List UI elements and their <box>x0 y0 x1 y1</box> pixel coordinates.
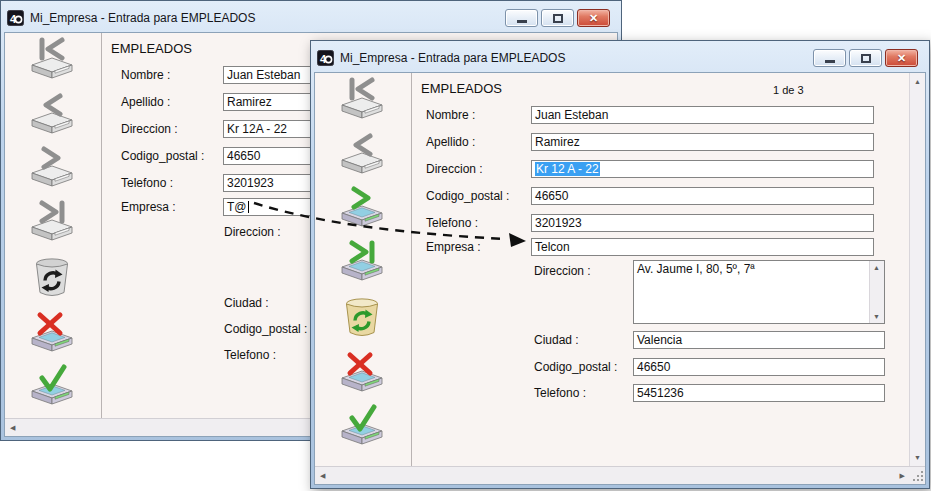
field-label: Telefono : <box>121 176 173 190</box>
field-label: Direccion : <box>121 122 178 136</box>
field-row: Apellido : Ramirez <box>315 133 907 151</box>
close-button[interactable]: ✕ <box>577 9 610 27</box>
selected-text: Kr 12 A - 22 <box>535 162 600 176</box>
field-row: Empresa : Telcon <box>315 238 907 256</box>
scroll-left-icon[interactable]: ◀ <box>10 424 15 431</box>
accept-button[interactable] <box>339 402 385 448</box>
resize-grip[interactable] <box>913 470 924 481</box>
field-label: Nombre : <box>426 108 475 122</box>
minimize-button[interactable] <box>813 49 846 67</box>
field-label: Telefono : <box>426 216 478 230</box>
field-label: Direccion : <box>426 162 483 176</box>
form-title: EMPLEADOS <box>111 41 192 56</box>
empresa-direccion-textarea[interactable]: Av. Jaume I, 80, 5º, 7ª ▲ ▼ <box>633 260 885 324</box>
nombre-input[interactable]: Juan Esteban <box>531 106 874 124</box>
field-label: Codigo_postal : <box>224 322 307 336</box>
vertical-scrollbar[interactable]: ▲ ▼ <box>909 73 925 466</box>
field-label: Apellido : <box>121 95 170 109</box>
empresa-telefono-input[interactable]: 5451236 <box>633 384 885 402</box>
field-label: Codigo_postal : <box>426 189 509 203</box>
field-row: Nombre : Juan Esteban <box>315 106 907 124</box>
field-label: Apellido : <box>426 135 475 149</box>
accept-button[interactable] <box>29 362 75 408</box>
field-label: Ciudad : <box>534 333 579 347</box>
minimize-icon <box>517 20 527 23</box>
field-row: Direccion : Kr 12 A - 22 <box>315 160 907 178</box>
codigo-postal-input[interactable]: 46650 <box>531 187 874 205</box>
close-icon: ✕ <box>589 13 598 24</box>
scroll-right-icon[interactable]: ▶ <box>900 472 905 479</box>
scroll-down-icon[interactable]: ▼ <box>914 454 921 461</box>
direccion-input[interactable]: Kr 12 A - 22 <box>531 160 874 178</box>
field-row: Ciudad : Valencia <box>315 331 907 349</box>
maximize-button[interactable] <box>541 9 574 27</box>
scroll-up-icon[interactable]: ▲ <box>914 78 921 85</box>
titlebar[interactable]: 4 Mi_Empresa - Entrada para EMPLEADOS ✕ <box>314 44 926 72</box>
horizontal-scrollbar[interactable]: ◀ ▶ <box>315 466 925 484</box>
field-label: Ciudad : <box>224 296 269 310</box>
accept-icon <box>29 362 75 408</box>
record-counter: 1 de 3 <box>773 84 804 96</box>
accept-icon <box>339 402 385 448</box>
field-label: Codigo_postal : <box>534 360 617 374</box>
app-4d-icon: 4 <box>7 10 24 26</box>
titlebar[interactable]: 4 Mi_Empresa - Entrada para EMPLEADOS ✕ <box>4 4 618 32</box>
scroll-down-icon[interactable]: ▼ <box>873 313 880 320</box>
field-row: Codigo_postal : 46650 <box>315 187 907 205</box>
scroll-up-icon[interactable]: ▲ <box>873 264 880 271</box>
maximize-icon <box>553 14 563 23</box>
foreground-window: 4 Mi_Empresa - Entrada para EMPLEADOS ✕ … <box>310 40 930 489</box>
maximize-button[interactable] <box>849 49 882 67</box>
field-label: Empresa : <box>121 200 176 214</box>
close-icon: ✕ <box>897 53 906 64</box>
field-row: Telefono : 3201923 <box>315 214 907 232</box>
field-label: Codigo_postal : <box>121 149 204 163</box>
field-label: Direccion : <box>224 225 281 239</box>
ciudad-input[interactable]: Valencia <box>633 331 885 349</box>
textarea-scrollbar[interactable]: ▲ ▼ <box>869 261 884 323</box>
window-controls: ✕ <box>505 9 615 27</box>
window-title: Mi_Empresa - Entrada para EMPLEADOS <box>340 51 565 65</box>
minimize-button[interactable] <box>505 9 538 27</box>
maximize-icon <box>861 54 871 63</box>
field-label: Direccion : <box>534 264 591 278</box>
field-label: Nombre : <box>121 68 170 82</box>
close-button[interactable]: ✕ <box>885 49 918 67</box>
field-label: Telefono : <box>224 348 276 362</box>
window-title: Mi_Empresa - Entrada para EMPLEADOS <box>30 11 255 25</box>
telefono-input[interactable]: 3201923 <box>531 214 874 232</box>
empresa-codigo-postal-input[interactable]: 46650 <box>633 358 885 376</box>
field-row: Direccion : Av. Jaume I, 80, 5º, 7ª ▲ ▼ <box>315 260 907 324</box>
apellido-input[interactable]: Ramirez <box>531 133 874 151</box>
field-label: Empresa : <box>426 240 481 254</box>
scroll-left-icon[interactable]: ◀ <box>320 472 325 479</box>
field-row: Codigo_postal : 46650 <box>315 358 907 376</box>
empresa-input[interactable]: Telcon <box>531 238 874 256</box>
minimize-icon <box>825 60 835 63</box>
app-4d-icon: 4 <box>317 50 334 66</box>
field-row: Telefono : 5451236 <box>315 384 907 402</box>
field-label: Telefono : <box>534 386 586 400</box>
form-title: EMPLEADOS <box>421 81 502 96</box>
text-cursor <box>248 201 249 213</box>
window-controls: ✕ <box>813 49 923 67</box>
